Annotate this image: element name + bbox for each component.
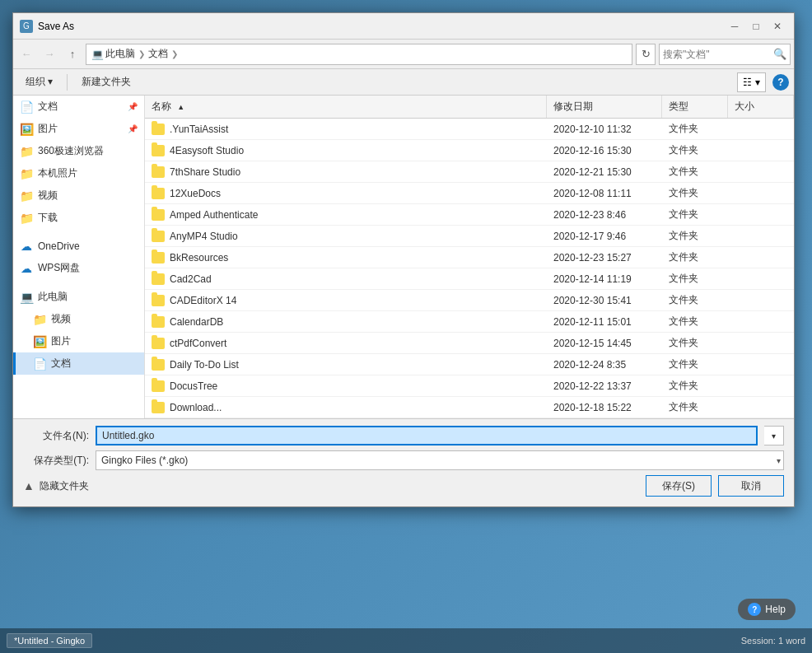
taskbar-app-item[interactable]: *Untitled - Gingko xyxy=(7,633,92,648)
sidebar-item-wps[interactable]: ☁ WPS网盘 xyxy=(13,257,144,279)
forward-button[interactable]: → xyxy=(40,44,59,64)
sidebar-item-downloads[interactable]: 📁 下载 xyxy=(13,207,144,229)
dialog-title: Save As xyxy=(38,21,725,32)
sidebar-item-pictures-pinned[interactable]: 🖼️ 图片 📌 xyxy=(13,118,144,140)
table-row[interactable]: Download...2020-12-18 15:22文件夹 xyxy=(145,397,794,418)
up-button[interactable]: ↑ xyxy=(63,44,82,64)
folder-icon xyxy=(152,209,165,221)
save-as-dialog: G Save As ─ □ ✕ ← → ↑ 💻 此电脑 ❯ 文档 ❯ ↻ 🔍 xyxy=(12,12,795,507)
sidebar-item-video2[interactable]: 📁 视频 xyxy=(13,308,144,330)
sidebar-item-label: 文档 xyxy=(51,357,71,371)
filename-row: 文件名(N): ▾ xyxy=(23,426,784,445)
sidebar-item-pictures2[interactable]: 🖼️ 图片 xyxy=(13,330,144,352)
view-icon: ☷ xyxy=(743,77,752,88)
address-bar: ← → ↑ 💻 此电脑 ❯ 文档 ❯ ↻ 🔍 xyxy=(13,40,794,69)
toolbar-help-icon[interactable]: ? xyxy=(772,74,789,91)
sidebar-item-documents2[interactable]: 📄 文档 xyxy=(13,352,144,375)
sidebar-item-label: OneDrive xyxy=(38,240,80,252)
toolbar-separator xyxy=(67,74,68,91)
folder-icon xyxy=(152,359,165,371)
filetype-row: 保存类型(T): Gingko Files (*.gko) ▾ xyxy=(23,450,784,470)
table-row[interactable]: Amped Authenticate2020-12-23 8:46文件夹 xyxy=(145,204,794,226)
folder-icon xyxy=(152,124,165,135)
column-modified[interactable]: 修改日期 xyxy=(547,96,662,118)
folder-icon xyxy=(152,380,165,392)
table-row[interactable]: Daily To-Do List2020-12-24 8:35文件夹 xyxy=(145,354,794,375)
folder-icon: 📁 xyxy=(33,313,46,326)
path-computer: 💻 此电脑 xyxy=(91,47,135,61)
sidebar-item-thispc[interactable]: 💻 此电脑 xyxy=(13,286,144,308)
column-type[interactable]: 类型 xyxy=(662,96,728,118)
sidebar-item-video[interactable]: 📁 视频 xyxy=(13,184,144,207)
table-row[interactable]: 4Easysoft Studio2020-12-16 15:30文件夹 xyxy=(145,140,794,161)
sidebar-item-localphoto[interactable]: 📁 本机照片 xyxy=(13,162,144,184)
sidebar-item-label: WPS网盘 xyxy=(38,261,80,275)
path-chevron-2: ❯ xyxy=(171,49,178,58)
search-icon[interactable]: 🔍 xyxy=(773,48,786,60)
computer-icon: 💻 xyxy=(91,49,104,60)
folder-icon xyxy=(152,145,165,156)
table-row[interactable]: 12XueDocs2020-12-08 11:11文件夹 xyxy=(145,183,794,204)
organize-button[interactable]: 组织 ▾ xyxy=(18,72,60,92)
cloud-icon: ☁ xyxy=(20,240,33,253)
title-bar: G Save As ─ □ ✕ xyxy=(13,13,794,40)
search-input[interactable] xyxy=(663,49,773,60)
document-icon: 📄 xyxy=(20,100,33,114)
table-row[interactable]: AnyMP4 Studio2020-12-17 9:46文件夹 xyxy=(145,226,794,247)
active-indicator xyxy=(13,352,16,375)
sidebar-item-onedrive[interactable]: ☁ OneDrive xyxy=(13,236,144,257)
column-size[interactable]: 大小 xyxy=(728,96,794,118)
folder-icon: 📁 xyxy=(20,212,33,225)
filename-input[interactable] xyxy=(96,426,758,445)
sidebar-item-label: 文档 xyxy=(38,100,58,114)
pin-icon: 📌 xyxy=(128,102,138,111)
document-icon: 📄 xyxy=(33,357,46,371)
folder-icon xyxy=(152,252,165,264)
new-folder-button[interactable]: 新建文件夹 xyxy=(74,72,138,92)
table-row[interactable]: BkResources2020-12-23 15:27文件夹 xyxy=(145,247,794,268)
cloud-icon: ☁ xyxy=(20,262,33,275)
filetype-label: 保存类型(T): xyxy=(23,454,89,468)
sidebar-item-label: 下载 xyxy=(38,211,58,225)
pc-icon: 💻 xyxy=(20,291,33,304)
sidebar-item-360browser[interactable]: 📁 360极速浏览器 xyxy=(13,140,144,162)
address-path[interactable]: 💻 此电脑 ❯ 文档 ❯ xyxy=(86,44,632,65)
help-icon: ? xyxy=(748,603,761,616)
taskbar-right-text: Session: 1 word xyxy=(741,636,805,646)
pictures-icon: 🖼️ xyxy=(20,123,33,136)
filetype-select[interactable]: Gingko Files (*.gko) xyxy=(96,450,784,470)
column-name[interactable]: 名称 ▲ xyxy=(145,96,547,118)
table-row[interactable]: CalendarDB2020-12-11 15:01文件夹 xyxy=(145,311,794,333)
sidebar-item-documents-pinned[interactable]: 📄 文档 📌 xyxy=(13,96,144,118)
minimize-button[interactable]: ─ xyxy=(725,18,744,35)
help-button[interactable]: ? Help xyxy=(738,599,796,620)
hide-folders-toggle[interactable]: ▲ 隐藏文件夹 xyxy=(23,479,89,493)
folder-icon xyxy=(152,231,165,242)
table-row[interactable]: ctPdfConvert2020-12-15 14:45文件夹 xyxy=(145,333,794,354)
close-button[interactable]: ✕ xyxy=(768,18,787,35)
app-icon: G xyxy=(20,20,33,33)
pictures-icon: 🖼️ xyxy=(33,335,46,348)
filename-dropdown-button[interactable]: ▾ xyxy=(764,426,784,445)
refresh-button[interactable]: ↻ xyxy=(636,44,656,65)
cancel-button[interactable]: 取消 xyxy=(718,475,784,497)
folder-icon xyxy=(152,166,165,178)
table-row[interactable]: .YunTaiAssist2020-12-10 11:32文件夹 xyxy=(145,119,794,140)
back-button[interactable]: ← xyxy=(16,44,36,64)
table-row[interactable]: DocusTree2020-12-22 13:37文件夹 xyxy=(145,375,794,397)
view-arrow: ▾ xyxy=(755,77,760,88)
maximize-button[interactable]: □ xyxy=(746,18,766,35)
window-controls: ─ □ ✕ xyxy=(725,18,787,35)
sort-arrow: ▲ xyxy=(177,103,184,111)
hide-folders-icon: ▲ xyxy=(23,479,35,492)
view-button[interactable]: ☷ ▾ xyxy=(737,72,766,92)
save-button[interactable]: 保存(S) xyxy=(646,475,712,497)
search-box[interactable]: 🔍 xyxy=(659,44,791,65)
table-row[interactable]: Cad2Cad2020-12-14 11:19文件夹 xyxy=(145,268,794,290)
path-documents: 文档 xyxy=(148,47,168,61)
table-row[interactable]: 7thShare Studio2020-12-21 15:30文件夹 xyxy=(145,161,794,183)
sidebar-item-label: 此电脑 xyxy=(38,290,68,304)
sidebar-item-label: 本机照片 xyxy=(38,166,77,180)
folder-icon xyxy=(152,188,165,199)
table-row[interactable]: CADEditorX 142020-12-30 15:41文件夹 xyxy=(145,290,794,311)
